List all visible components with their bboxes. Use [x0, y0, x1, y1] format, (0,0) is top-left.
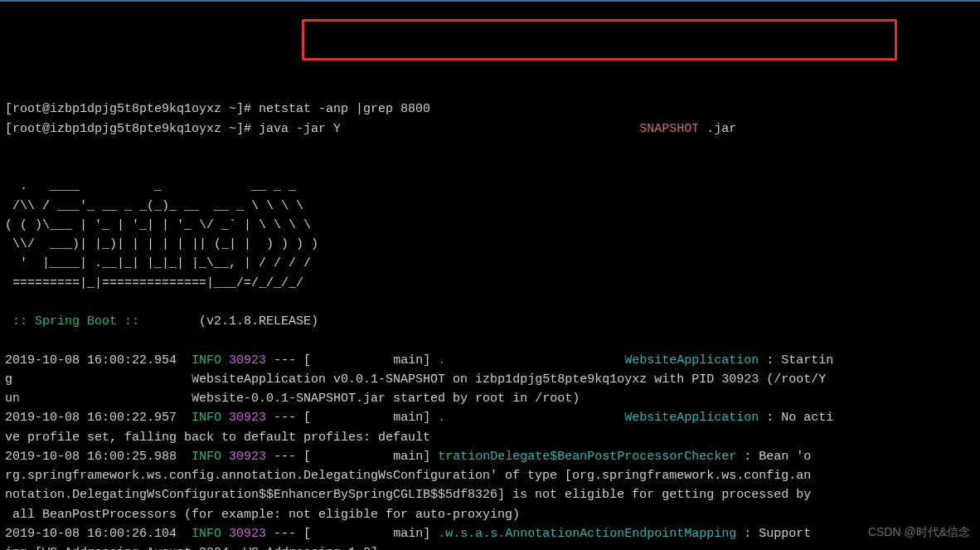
log-line: g xxxxxxxxxxxxxxxxxxxxxxxWebsiteApplicat…	[5, 372, 826, 387]
terminal-output: [root@izbp1dpjg5t8pte9kq1oyxz ~]# netsta…	[5, 80, 975, 550]
log-line: ing [WS-Addressing August 2004, WS-Addre…	[5, 546, 378, 550]
log-line: 2019-10-08 16:00:25.988 INFO 30923 --- […	[5, 450, 811, 464]
log-line: 2019-10-08 16:00:26.104 INFO 30923 --- […	[5, 527, 811, 541]
prompt-line-1: [root@izbp1dpjg5t8pte9kq1oyxz ~]# netsta…	[5, 102, 430, 116]
log-line: ve profile set, falling back to default …	[5, 431, 430, 445]
log-line: 2019-10-08 16:00:22.954 INFO 30923 --- […	[5, 353, 833, 367]
highlight-box	[302, 19, 897, 61]
log-line: rg.springframework.ws.config.annotation.…	[5, 469, 811, 483]
log-line: unxxxxxxxxxxxxxxxxxxxxxxxWebsite-0.0.1-S…	[5, 392, 580, 406]
log-line: notation.DelegatingWsConfiguration$$Enha…	[5, 488, 811, 502]
prompt-line-2: [root@izbp1dpjg5t8pte9kq1oyxz ~]# java -…	[5, 122, 736, 136]
log-line: 2019-10-08 16:00:22.957 INFO 30923 --- […	[5, 411, 833, 425]
watermark: CSDN @时代&信念	[868, 523, 970, 542]
spring-boot-banner: :: Spring Boot :: (v2.1.8.RELEASE)	[5, 314, 318, 329]
spring-ascii-art: . ____ _ __ _ _ /\\ / ___'_ __ _ _(_)_ _…	[5, 177, 975, 293]
log-line: all BeanPostProcessors (for example: not…	[5, 508, 520, 522]
